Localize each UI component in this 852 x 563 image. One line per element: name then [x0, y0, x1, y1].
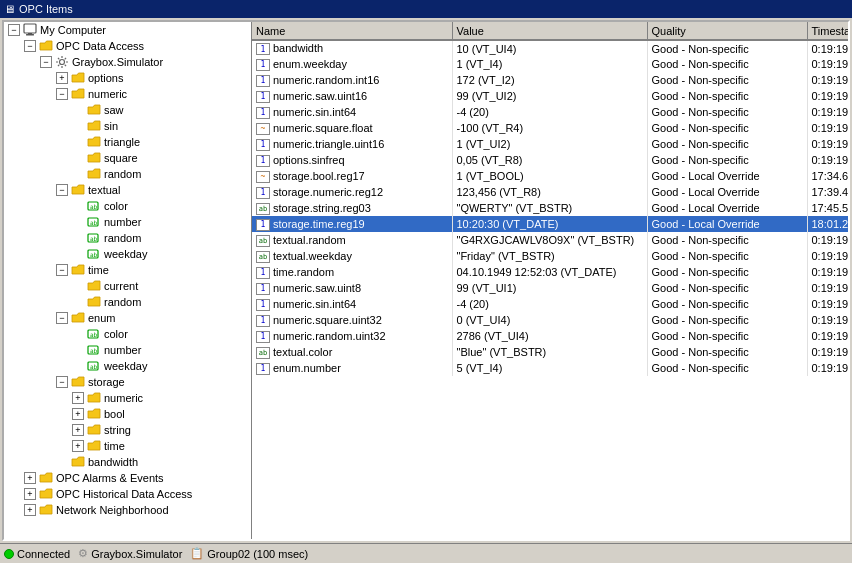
- cell-timestamp: 0:19:19.281: [807, 40, 848, 56]
- tree-item-numeric[interactable]: −numeric: [4, 86, 251, 102]
- table-row[interactable]: abtextual.random"G4RXGJCAWLV8O9X" (VT_BS…: [252, 232, 848, 248]
- tree-container: −My Computer−OPC Data Access−Graybox.Sim…: [4, 22, 251, 518]
- tree-item-time-random[interactable]: random: [4, 294, 251, 310]
- group-icon: 📋: [190, 547, 204, 560]
- tree-item-textual-weekday[interactable]: abweekday: [4, 246, 251, 262]
- table-row[interactable]: ~numeric.square.float-100 (VT_R4)Good - …: [252, 120, 848, 136]
- column-header-quality[interactable]: Quality: [647, 22, 807, 40]
- cell-quality: Good - Non-specific: [647, 344, 807, 360]
- tree-item-graybox-simulator[interactable]: −Graybox.Simulator: [4, 54, 251, 70]
- tree-item-time-current[interactable]: current: [4, 278, 251, 294]
- expand-placeholder: [72, 280, 84, 292]
- tree-item-saw[interactable]: saw: [4, 102, 251, 118]
- tree-item-triangle[interactable]: triangle: [4, 134, 251, 150]
- expand-button[interactable]: +: [24, 472, 36, 484]
- folder-icon: [86, 406, 102, 422]
- column-header-name[interactable]: Name: [252, 22, 452, 40]
- cell-value: 5 (VT_I4): [452, 360, 647, 376]
- tree-item-my-computer[interactable]: −My Computer: [4, 22, 251, 38]
- cell-timestamp: 0:19:19.281: [807, 264, 848, 280]
- expand-button[interactable]: +: [72, 392, 84, 404]
- table-row[interactable]: abtextual.weekday"Friday" (VT_BSTR)Good …: [252, 248, 848, 264]
- expand-button[interactable]: +: [56, 72, 68, 84]
- tree-item-storage-bool[interactable]: +bool: [4, 406, 251, 422]
- table-row[interactable]: 1enum.weekday1 (VT_I4)Good - Non-specifi…: [252, 56, 848, 72]
- tree-item-opc-data-access[interactable]: −OPC Data Access: [4, 38, 251, 54]
- tree-item-textual[interactable]: −textual: [4, 182, 251, 198]
- tree-item-textual-random[interactable]: abrandom: [4, 230, 251, 246]
- tree-item-enum-weekday[interactable]: abweekday: [4, 358, 251, 374]
- expand-button[interactable]: +: [24, 488, 36, 500]
- cell-quality: Good - Non-specific: [647, 232, 807, 248]
- tree-item-storage-numeric[interactable]: +numeric: [4, 390, 251, 406]
- expand-button[interactable]: −: [56, 312, 68, 324]
- tree-item-storage-time[interactable]: +time: [4, 438, 251, 454]
- tree-item-time[interactable]: −time: [4, 262, 251, 278]
- cell-name: 1numeric.sin.int64: [252, 296, 452, 312]
- column-header-timestamp[interactable]: Timestamp: [807, 22, 848, 40]
- table-row[interactable]: 1bandwidth10 (VT_UI4)Good - Non-specific…: [252, 40, 848, 56]
- data-table: NameValueQualityTimestampActive 1bandwid…: [252, 22, 848, 376]
- table-row[interactable]: 1numeric.sin.int64-4 (20)Good - Non-spec…: [252, 104, 848, 120]
- table-row[interactable]: abstorage.string.reg03"QWERTY" (VT_BSTR)…: [252, 200, 848, 216]
- table-row[interactable]: 1numeric.triangle.uint161 (VT_UI2)Good -…: [252, 136, 848, 152]
- cell-quality: Good - Non-specific: [647, 248, 807, 264]
- tree-item-opc-alarms[interactable]: +OPC Alarms & Events: [4, 470, 251, 486]
- folder-icon: [70, 86, 86, 102]
- cell-timestamp: 0:19:19.281: [807, 312, 848, 328]
- table-row[interactable]: 1numeric.saw.uint899 (VT_UI1)Good - Non-…: [252, 280, 848, 296]
- folder-icon: [86, 102, 102, 118]
- tree-item-enum-color[interactable]: abcolor: [4, 326, 251, 342]
- folder-icon: [86, 166, 102, 182]
- table-row[interactable]: 1options.sinfreq0,05 (VT_R8)Good - Non-s…: [252, 152, 848, 168]
- table-row[interactable]: 1numeric.random.uint322786 (VT_UI4)Good …: [252, 328, 848, 344]
- table-row[interactable]: 1storage.time.reg1910:20:30 (VT_DATE)Goo…: [252, 216, 848, 232]
- tree-item-textual-number[interactable]: abnumber: [4, 214, 251, 230]
- expand-button[interactable]: +: [72, 424, 84, 436]
- expand-button[interactable]: −: [56, 376, 68, 388]
- tree-item-options[interactable]: +options: [4, 70, 251, 86]
- tree-item-opc-historical[interactable]: +OPC Historical Data Access: [4, 486, 251, 502]
- cell-timestamp: 0:19:19.281: [807, 136, 848, 152]
- folder-icon: [70, 182, 86, 198]
- tree-item-textual-color[interactable]: abcolor: [4, 198, 251, 214]
- expand-button[interactable]: −: [56, 264, 68, 276]
- expand-button[interactable]: +: [24, 504, 36, 516]
- tree-item-label: sin: [104, 120, 118, 132]
- svg-text:ab: ab: [90, 219, 98, 226]
- cell-quality: Good - Non-specific: [647, 72, 807, 88]
- column-header-value[interactable]: Value: [452, 22, 647, 40]
- cell-quality: Good - Non-specific: [647, 296, 807, 312]
- tree-item-enum[interactable]: −enum: [4, 310, 251, 326]
- table-row[interactable]: abtextual.color"Blue" (VT_BSTR)Good - No…: [252, 344, 848, 360]
- expand-button[interactable]: −: [56, 88, 68, 100]
- table-row[interactable]: 1storage.numeric.reg12123,456 (VT_R8)Goo…: [252, 184, 848, 200]
- expand-button[interactable]: +: [72, 440, 84, 452]
- table-row[interactable]: ~storage.bool.reg171 (VT_BOOL)Good - Loc…: [252, 168, 848, 184]
- tree-item-sin[interactable]: sin: [4, 118, 251, 134]
- expand-button[interactable]: −: [24, 40, 36, 52]
- tree-item-storage-string[interactable]: +string: [4, 422, 251, 438]
- tree-item-square[interactable]: square: [4, 150, 251, 166]
- tree-item-enum-number[interactable]: abnumber: [4, 342, 251, 358]
- table-row[interactable]: 1enum.number5 (VT_I4)Good - Non-specific…: [252, 360, 848, 376]
- table-row[interactable]: 1numeric.saw.uint1699 (VT_UI2)Good - Non…: [252, 88, 848, 104]
- tree-item-storage[interactable]: −storage: [4, 374, 251, 390]
- tree-item-network-neighborhood[interactable]: +Network Neighborhood: [4, 502, 251, 518]
- cell-value: 172 (VT_I2): [452, 72, 647, 88]
- table-row[interactable]: 1time.random04.10.1949 12:52:03 (VT_DATE…: [252, 264, 848, 280]
- cell-timestamp: 0:19:19.281: [807, 152, 848, 168]
- table-row[interactable]: 1numeric.sin.int64-4 (20)Good - Non-spec…: [252, 296, 848, 312]
- expand-button[interactable]: −: [8, 24, 20, 36]
- expand-placeholder: [72, 104, 84, 116]
- table-row[interactable]: 1numeric.square.uint320 (VT_UI4)Good - N…: [252, 312, 848, 328]
- tree-item-random[interactable]: random: [4, 166, 251, 182]
- expand-button[interactable]: +: [72, 408, 84, 420]
- tree-item-bandwidth[interactable]: bandwidth: [4, 454, 251, 470]
- tree-item-label: weekday: [104, 248, 147, 260]
- expand-placeholder: [72, 248, 84, 260]
- expand-button[interactable]: −: [56, 184, 68, 196]
- cell-name: ~numeric.square.float: [252, 120, 452, 136]
- expand-button[interactable]: −: [40, 56, 52, 68]
- table-row[interactable]: 1numeric.random.int16172 (VT_I2)Good - N…: [252, 72, 848, 88]
